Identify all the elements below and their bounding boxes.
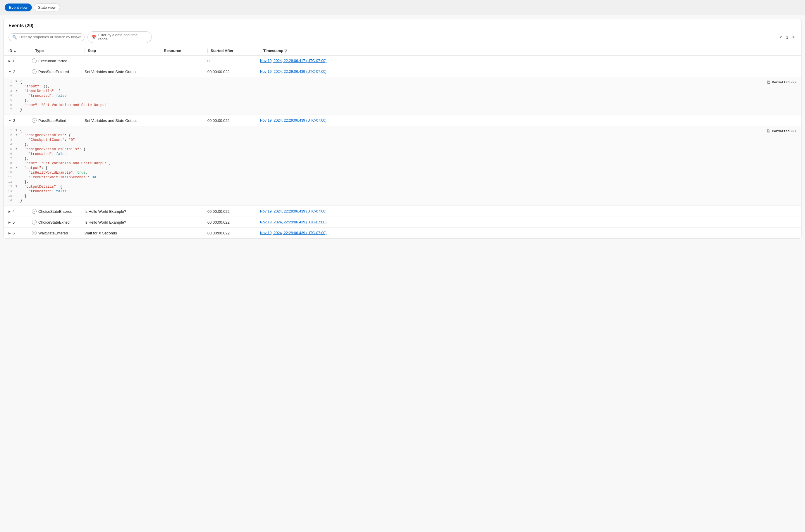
code-token: : [52,189,56,193]
date-filter[interactable]: 📅 Filter by a date and time range [88,31,152,43]
event-row-header-1[interactable]: ▶ 1 − ExecutionStarted 0 Nov 19, 2024, 2… [4,56,801,66]
line-content: "truncated": false [20,94,797,98]
toggle-arrow[interactable]: ▼ [8,119,12,122]
events-panel: Events (20) 🔍 📅 Filter by a date and tim… [3,19,802,239]
toggle-arrow[interactable]: ▶ [8,210,11,213]
filters-row: 🔍 📅 Filter by a date and time range < 1 … [8,31,797,43]
code-line: 14 "truncated": false [4,189,801,194]
event-type-icon: ⏱ [32,231,37,235]
code-token: "Set Variables and State Output" [41,103,109,107]
code-token: { [20,129,22,133]
tab-state-view[interactable]: State view [34,3,60,12]
event-row-header-6[interactable]: ▶ 6 ⏱ WaitStateEntered Wait for X Second… [4,228,801,238]
type-cell: − ChoiceStateExited [32,220,85,225]
line-content: "assignedVariablesDetails": { [20,147,797,151]
property-filter-input[interactable] [19,35,81,39]
event-id: 6 [13,231,15,235]
timestamp-cell[interactable]: Nov 19, 2024, 22:29:06.439 (UTC-07:00) [260,231,797,235]
timestamp-cell[interactable]: Nov 19, 2024, 22:29:06.439 (UTC-07:00) [260,209,797,213]
line-toggle [16,98,20,102]
line-number: 2 [4,84,16,88]
property-filter[interactable]: 🔍 [8,33,85,41]
code-token: : [65,138,69,142]
line-toggle[interactable]: ▼ [16,185,20,188]
line-toggle[interactable]: ▼ [16,89,20,92]
timestamp-cell[interactable]: Nov 19, 2024, 22:29:06.439 (UTC-07:00) [260,118,797,122]
tab-event-view[interactable]: Event view [5,3,32,12]
code-token [20,162,24,166]
code-token: "assignedVariablesDetails" [24,147,79,151]
event-row-header-3[interactable]: ▼ 3 − PassStateExited Set Variables and … [4,115,801,126]
started-after-cell: 00:00:00.022 [207,209,260,214]
format-toggle-3[interactable]: Formatted </> [772,130,797,133]
code-line: 6 "name": "Set Variables and State Outpu… [4,103,801,108]
line-content: } [20,199,797,203]
event-type-icon: − [32,58,37,63]
line-content: { [20,129,797,133]
copy-button-3[interactable]: ⧉ [767,128,770,134]
line-toggle[interactable]: ▼ [16,133,20,136]
toggle-arrow[interactable]: ▶ [8,221,11,224]
code-line: 1 ▼ { [4,128,801,133]
code-token [20,171,29,175]
format-toggle-2[interactable]: Formatted </> [772,81,797,84]
code-line: 2 ▼ "assignedVariables": { [4,133,801,138]
event-row-header-4[interactable]: ▶ 4 − ChoiceStateEntered Is Hello World … [4,206,801,216]
next-page-button[interactable]: > [791,34,797,40]
formatted-label: Formatted [772,130,789,133]
panel-title: Events (20) [8,23,797,28]
event-type-label: ChoiceStateEntered [38,209,72,214]
line-toggle [16,180,20,183]
line-toggle [16,171,20,174]
line-toggle [16,175,20,178]
date-filter-label: Filter by a date and time range [98,33,147,41]
code-line: 12 }, [4,180,801,185]
tab-bar: Event view State view [0,0,805,15]
col-type-label: Type [35,49,43,53]
calendar-icon: 📅 [92,35,96,39]
col-id[interactable]: ID ▲ [8,49,32,53]
line-toggle [16,84,20,88]
line-content: "outputDetails": { [20,185,797,189]
code-token [20,166,24,170]
event-row-header-5[interactable]: ▶ 5 − ChoiceStateExited Is Hello World E… [4,217,801,227]
event-id: 3 [13,118,15,123]
code-token: 30 [92,175,96,179]
event-type-label: ChoiceStateExited [38,220,70,225]
table-row: ▼ 2 − PassStateEntered Set Variables and… [4,66,801,115]
code-line: 16 } [4,198,801,203]
prev-page-button[interactable]: < [778,34,784,40]
line-number: 5 [4,147,16,151]
code-token: "input" [24,84,39,89]
code-token [20,175,29,179]
page-number: 1 [786,35,788,39]
code-token: "truncated" [29,189,52,193]
timestamp-cell[interactable]: Nov 19, 2024, 22:29:06.439 (UTC-07:00) [260,70,797,74]
step-cell: Is Hello World Example? [85,220,161,225]
code-token: : [73,171,77,175]
col-started-after-label: Started After [211,49,234,53]
line-toggle[interactable]: ▼ [16,129,20,132]
col-timestamp: Timestamp ▽ [260,49,788,53]
code-token [20,133,24,137]
filter-icon[interactable]: ▽ [284,49,287,53]
timestamp-cell[interactable]: Nov 19, 2024, 22:29:06.417 (UTC-07:00) [260,59,797,63]
copy-button-2[interactable]: ⧉ [767,79,770,85]
toggle-arrow[interactable]: ▶ [8,231,11,235]
timestamp-cell[interactable]: Nov 19, 2024, 22:29:06.439 (UTC-07:00) [260,220,797,224]
code-line: 4 "truncated": false [4,94,801,98]
line-toggle[interactable]: ▼ [16,80,20,83]
code-token: : {}, [39,84,50,89]
line-toggle[interactable]: ▼ [16,147,20,151]
line-content: "inputDetails": { [20,89,797,93]
toggle-arrow[interactable]: ▶ [8,59,11,62]
search-icon: 🔍 [12,35,17,39]
code-token [20,147,24,151]
table-row: ▶ 1 − ExecutionStarted 0 Nov 19, 2024, 2… [4,56,801,66]
line-number: 2 [4,133,16,137]
code-line: 7 }, [4,156,801,161]
col-resource-label: Resource [164,49,181,53]
line-toggle[interactable]: ▼ [16,166,20,169]
event-row-header-2[interactable]: ▼ 2 − PassStateEntered Set Variables and… [4,66,801,77]
toggle-arrow[interactable]: ▼ [8,70,12,73]
